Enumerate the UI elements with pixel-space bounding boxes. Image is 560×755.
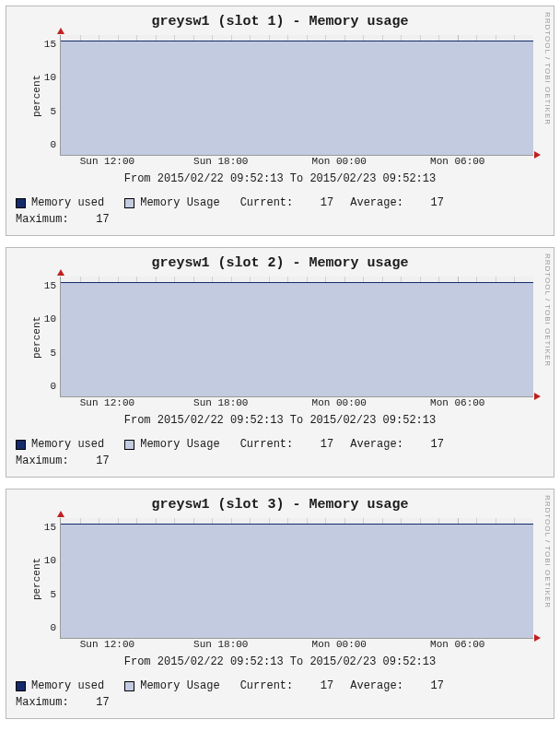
legend-swatch-icon <box>16 198 26 208</box>
legend-swatch-icon <box>124 440 134 450</box>
tool-credit: RRDTOOL / TOBI OETIKER <box>541 254 552 471</box>
xtick: Sun 18:00 <box>193 639 248 650</box>
time-range-caption: From 2015/02/22 09:52:13 To 2015/02/23 0… <box>14 172 546 185</box>
y-axis: 051015 <box>34 518 60 639</box>
plot-area <box>60 518 533 639</box>
ytick: 10 <box>44 555 56 566</box>
ytick: 15 <box>44 39 56 50</box>
stat-value: 17 <box>416 436 444 453</box>
legend-label: Memory Usage <box>140 195 219 211</box>
stat-label: Maximum: <box>16 213 69 226</box>
series-memory-usage <box>61 524 533 638</box>
xtick: Mon 00:00 <box>312 156 367 167</box>
tool-credit: RRDTOOL / TOBI OETIKER <box>541 495 552 713</box>
arrow-icon <box>57 511 64 517</box>
series-memory-usage <box>61 41 533 155</box>
xtick: Mon 06:00 <box>430 639 484 650</box>
time-range-caption: From 2015/02/22 09:52:13 To 2015/02/23 0… <box>14 414 546 427</box>
chart-panel: RRDTOOL / TOBI OETIKERgreysw1 (slot 3) -… <box>6 489 554 719</box>
legend-label: Memory Usage <box>140 678 219 694</box>
arrow-icon <box>57 28 64 34</box>
legend-swatch-icon <box>16 440 26 450</box>
legend-label: Memory used <box>31 678 104 694</box>
legend: Memory usedMemory UsageCurrent:17Average… <box>14 678 546 711</box>
xtick: Sun 18:00 <box>193 397 248 408</box>
plot-area <box>60 35 533 156</box>
arrow-icon <box>534 634 541 642</box>
stat-label: Maximum: <box>16 696 69 709</box>
series-memory-usage <box>61 282 533 396</box>
legend-label: Memory used <box>31 195 104 211</box>
xtick: Mon 06:00 <box>430 397 484 408</box>
stat-label: Current: <box>240 438 294 451</box>
xtick: Mon 00:00 <box>312 639 367 650</box>
stat-label: Current: <box>240 679 294 692</box>
ytick: 10 <box>44 313 56 324</box>
stat-value: 17 <box>82 453 110 469</box>
ytick: 15 <box>44 280 56 291</box>
stat-label: Average: <box>350 438 403 451</box>
x-axis: Sun 12:00Sun 18:00Mon 00:00Mon 06:00 <box>60 639 533 652</box>
x-axis: Sun 12:00Sun 18:00Mon 00:00Mon 06:00 <box>60 397 533 410</box>
legend-swatch-icon <box>16 681 26 691</box>
ytick: 10 <box>44 72 56 83</box>
y-axis: 051015 <box>34 35 60 156</box>
legend-label: Memory Usage <box>140 436 219 453</box>
chart-title: greysw1 (slot 1) - Memory usage <box>14 14 546 29</box>
xtick: Sun 12:00 <box>80 639 134 650</box>
xtick: Sun 18:00 <box>193 156 248 167</box>
chart-panel: RRDTOOL / TOBI OETIKERgreysw1 (slot 2) -… <box>6 247 554 478</box>
chart-title: greysw1 (slot 2) - Memory usage <box>14 255 546 271</box>
stat-value: 17 <box>82 694 110 711</box>
stat-value: 17 <box>416 678 444 694</box>
stat-value: 17 <box>416 195 444 211</box>
ytick: 5 <box>50 106 56 117</box>
legend-swatch-icon <box>124 198 134 208</box>
x-axis: Sun 12:00Sun 18:00Mon 00:00Mon 06:00 <box>60 156 533 169</box>
ytick: 0 <box>50 622 56 633</box>
stat-value: 17 <box>306 678 333 694</box>
arrow-icon <box>534 151 541 159</box>
stat-label: Current: <box>240 196 294 209</box>
xtick: Mon 00:00 <box>312 397 367 408</box>
tool-credit: RRDTOOL / TOBI OETIKER <box>541 12 552 230</box>
xtick: Sun 12:00 <box>80 397 134 408</box>
stat-label: Average: <box>350 196 403 209</box>
arrow-icon <box>534 393 541 400</box>
xtick: Sun 12:00 <box>80 156 134 167</box>
stat-value: 17 <box>306 195 333 211</box>
legend: Memory usedMemory UsageCurrent:17Average… <box>14 436 546 469</box>
chart-panel: RRDTOOL / TOBI OETIKERgreysw1 (slot 1) -… <box>6 6 554 236</box>
ytick: 0 <box>50 139 56 150</box>
chart-title: greysw1 (slot 3) - Memory usage <box>14 497 546 513</box>
ytick: 5 <box>50 589 56 600</box>
legend-swatch-icon <box>124 681 134 691</box>
arrow-icon <box>57 269 64 276</box>
plot-area <box>60 277 533 397</box>
stat-value: 17 <box>306 436 333 453</box>
y-axis: 051015 <box>34 277 60 397</box>
time-range-caption: From 2015/02/22 09:52:13 To 2015/02/23 0… <box>14 655 546 668</box>
legend-label: Memory used <box>31 436 104 453</box>
stat-label: Maximum: <box>16 454 69 467</box>
ytick: 0 <box>50 381 56 392</box>
ytick: 15 <box>44 522 56 533</box>
legend: Memory usedMemory UsageCurrent:17Average… <box>14 195 546 228</box>
ytick: 5 <box>50 348 56 359</box>
xtick: Mon 06:00 <box>430 156 484 167</box>
stat-label: Average: <box>350 679 403 692</box>
stat-value: 17 <box>82 211 110 228</box>
